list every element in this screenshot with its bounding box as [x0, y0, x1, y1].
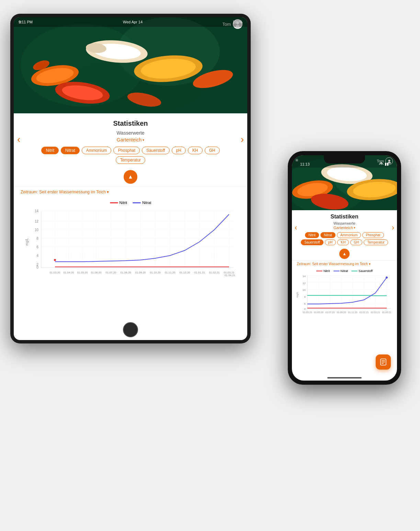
phone-time-range[interactable]: Zeitraum: Seit erster Wassermessung im T… — [292, 260, 397, 267]
phone-filter-chips: Nitrit Nitrat Ammonium Phosphat Sauersto… — [292, 230, 397, 247]
tablet-content-panel: Statistiken Wasserwerte ‹ Gartenteich ▾ … — [14, 113, 247, 288]
phone-sauerstoff-dot — [351, 271, 357, 272]
phone-next-arrow[interactable]: › — [392, 223, 394, 232]
tablet-frame: 9:11 PM Wed Apr 14 100% — [10, 14, 251, 343]
phone-chip-phosphat[interactable]: Phosphat — [362, 232, 384, 238]
phone-nitrit-dot — [316, 271, 322, 272]
tablet-expand-button[interactable]: ▲ — [124, 170, 137, 184]
phone-chip-kh[interactable]: KH — [337, 239, 349, 245]
tablet-date: Wed Apr 14 — [123, 20, 143, 24]
svg-text:0: 0 — [36, 266, 38, 269]
svg-point-96 — [386, 276, 388, 279]
chip-nitrat[interactable]: Nitrat — [61, 147, 80, 154]
svg-text:8: 8 — [36, 237, 38, 240]
tablet-time-range[interactable]: Zeitraum: Seit erster Wassermessung im T… — [14, 187, 247, 197]
svg-text:01.04.20: 01.04.20 — [63, 271, 74, 274]
svg-text:12: 12 — [35, 219, 39, 223]
phone-chart-legend: Nitrit Nitrat Sauerstoff — [295, 269, 394, 273]
chip-nitrit[interactable]: Nitrit — [41, 147, 59, 154]
svg-text:01.11.20: 01.11.20 — [348, 311, 357, 314]
legend-nitrat: Nitrat — [133, 201, 151, 205]
chip-sauerstoff[interactable]: Sauerstoff — [142, 147, 169, 154]
svg-text:10: 10 — [35, 228, 39, 232]
svg-text:01.01.21: 01.01.21 — [194, 271, 205, 274]
legend-nitrat-label: Nitrat — [142, 201, 151, 205]
tablet-hero-image: ≡ Tom — [14, 17, 247, 113]
phone-nitrat-dot — [333, 271, 340, 272]
chip-kh[interactable]: KH — [188, 147, 203, 154]
phone-prev-arrow[interactable]: ‹ — [295, 223, 297, 232]
svg-point-48 — [54, 259, 56, 261]
tablet-water-label: Wasserwerte — [14, 130, 247, 136]
koi-fish-svg — [14, 17, 247, 113]
tablet-filter-chips: Nitrit Nitrat Ammonium Phosphat Sauersto… — [14, 143, 247, 167]
tablet-home-button[interactable] — [123, 322, 138, 337]
svg-text:14: 14 — [303, 275, 306, 278]
phone-water-label: Wasserwerte — [292, 221, 397, 225]
chip-gh[interactable]: GH — [205, 147, 220, 154]
svg-text:01.10.20: 01.10.20 — [150, 271, 161, 274]
tablet-chart-legend: Nitrit Nitrat — [19, 201, 242, 205]
svg-text:01.09.20: 01.09.20 — [337, 311, 346, 314]
chip-temperatur[interactable]: Temperatur — [116, 156, 146, 164]
tablet-pond-selector[interactable]: Gartenteich ▾ — [117, 137, 144, 143]
svg-text:6: 6 — [304, 302, 306, 305]
phone-pond-selector[interactable]: Gartenteich ▾ — [333, 226, 355, 230]
phone-notch — [324, 155, 365, 163]
svg-text:01.05.20: 01.05.20 — [77, 271, 88, 274]
svg-text:01.03.20: 01.03.20 — [303, 311, 312, 314]
tablet-prev-arrow[interactable]: ‹ — [17, 134, 20, 145]
phone-chart-svg: 14 12 10 8 6 0 mg/L — [295, 274, 393, 319]
phone-legend-sauerstoff: Sauerstoff — [351, 269, 373, 273]
phone-frame: 11:13 ▮▮ ≡ — [288, 151, 401, 385]
phone-legend-nitrat: Nitrat — [333, 269, 348, 273]
tablet-chart-container: Nitrit Nitrat — [14, 197, 247, 288]
phone-time-range-value[interactable]: Seit erster Wassermessung im Teich ▾ — [312, 262, 371, 266]
phone-chip-ph[interactable]: pH — [325, 239, 336, 245]
tablet-time: 9:11 PM — [19, 20, 33, 24]
phone-statistics-title: Statistiken — [292, 210, 397, 221]
svg-text:0: 0 — [304, 307, 306, 310]
svg-text:01.07.20: 01.07.20 — [325, 311, 334, 314]
tablet-status-bar: 9:11 PM Wed Apr 14 100% — [14, 17, 247, 27]
tablet-statistics-title: Statistiken — [14, 113, 247, 129]
phone-content-panel: Statistiken Wasserwerte ‹ Gartenteich ▾ … — [292, 210, 397, 322]
svg-text:01.02.21: 01.02.21 — [209, 271, 220, 274]
tablet-screen: 9:11 PM Wed Apr 14 100% — [14, 17, 247, 340]
phone-chip-ammonium[interactable]: Ammonium — [337, 232, 361, 238]
svg-text:01.12.20: 01.12.20 — [179, 271, 190, 274]
phone-chip-nitrit[interactable]: Nitrit — [305, 232, 319, 238]
svg-text:01.11.20: 01.11.20 — [164, 271, 175, 274]
svg-text:6: 6 — [36, 245, 38, 249]
svg-text:14: 14 — [35, 209, 39, 213]
svg-text:01.03.20: 01.03.20 — [49, 271, 60, 274]
phone-legend-nitrit: Nitrit — [316, 269, 330, 273]
tablet-time-range-value[interactable]: Seit erster Wassermessung im Teich ▾ — [39, 190, 109, 194]
phone-fab-button[interactable] — [376, 354, 391, 370]
svg-text:10: 10 — [303, 289, 306, 292]
tablet-chart-svg: 14 12 10 8 6 4 2 0 mg/L — [19, 207, 242, 283]
svg-text:4: 4 — [36, 254, 38, 258]
svg-text:8: 8 — [304, 295, 306, 298]
nitrat-color-dot — [133, 202, 141, 203]
phone-time: 11:13 — [300, 162, 310, 166]
phone-expand-button[interactable]: ▲ — [339, 249, 350, 259]
phone-nav-row: ‹ Gartenteich ▾ › — [292, 225, 397, 230]
phone-chip-nitrat[interactable]: Nitrat — [320, 232, 336, 238]
chip-phosphat[interactable]: Phosphat — [113, 147, 140, 154]
legend-nitrit: Nitrit — [110, 201, 127, 205]
svg-text:01.08.20: 01.08.20 — [120, 271, 131, 274]
svg-text:mg/L: mg/L — [25, 238, 29, 246]
svg-text:01.03.21: 01.03.21 — [371, 311, 380, 314]
svg-text:12: 12 — [303, 282, 306, 285]
phone-chip-sauerstoff[interactable]: Sauerstoff — [301, 239, 323, 245]
phone-chip-gh[interactable]: GH — [350, 239, 362, 245]
chip-ammonium[interactable]: Ammonium — [82, 147, 112, 154]
tablet-next-arrow[interactable]: › — [241, 134, 244, 145]
phone-screen: 11:13 ▮▮ ≡ — [292, 155, 397, 381]
phone-chip-temperatur[interactable]: Temperatur — [364, 239, 388, 245]
phone-home-indicator — [327, 377, 362, 379]
nitrit-color-dot — [110, 202, 118, 203]
chip-ph[interactable]: pH — [172, 147, 186, 154]
tablet-nav-row: ‹ Gartenteich ▾ › — [14, 136, 247, 143]
